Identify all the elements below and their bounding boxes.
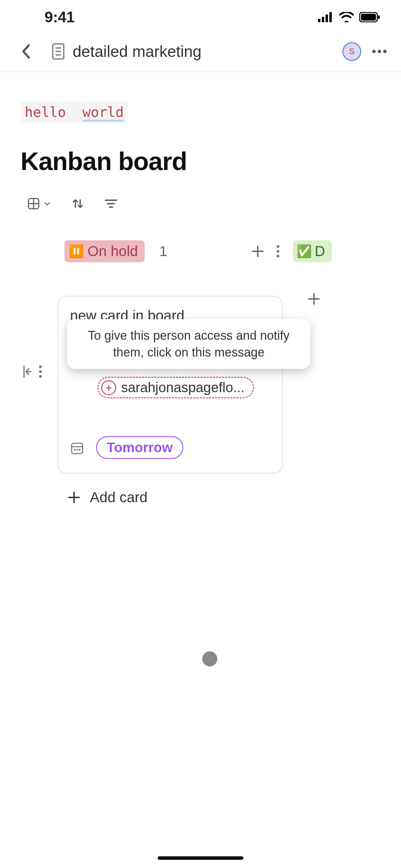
page-icon <box>41 43 71 60</box>
page-title[interactable]: detailed marketing <box>73 42 202 61</box>
filter-button[interactable] <box>105 199 117 208</box>
kanban-board: ⏸️ On hold 1 new card in board To give t… <box>14 238 380 506</box>
date-property-icon[interactable] <box>70 441 84 455</box>
check-icon: ✅ <box>296 244 312 258</box>
svg-rect-5 <box>361 14 376 21</box>
column-more-button[interactable] <box>38 365 42 378</box>
add-card-label: Add card <box>90 489 147 506</box>
code-word-1: hello <box>25 104 66 120</box>
code-block[interactable]: hello world <box>21 101 128 123</box>
column-label: D <box>315 243 325 260</box>
svg-point-21 <box>39 365 42 368</box>
avatar[interactable]: S <box>342 42 361 61</box>
column-collapse-icon[interactable] <box>23 365 32 378</box>
database-title[interactable]: Kanban board <box>21 147 380 176</box>
column-partial-left <box>14 238 47 506</box>
add-card-button[interactable]: Add card <box>58 489 283 506</box>
column-status-pill[interactable]: ⏸️ On hold <box>64 240 145 262</box>
column-add-button[interactable] <box>307 292 320 305</box>
mention-name: sarahjonaspageflo... <box>121 380 244 395</box>
svg-point-28 <box>277 255 279 257</box>
svg-point-13 <box>383 50 387 53</box>
top-nav: detailed marketing S <box>0 34 401 72</box>
svg-point-33 <box>79 449 81 450</box>
battery-icon <box>359 12 380 22</box>
svg-rect-2 <box>326 14 328 22</box>
column-status-pill-done[interactable]: ✅ D <box>293 240 332 262</box>
column-partial-right: ✅ D <box>293 238 380 506</box>
view-controls <box>21 197 380 210</box>
sort-button[interactable] <box>71 197 84 210</box>
home-indicator[interactable] <box>158 856 243 860</box>
plus-icon: + <box>101 380 116 395</box>
svg-point-12 <box>378 50 381 53</box>
column-more-button[interactable] <box>276 244 280 258</box>
status-right <box>318 12 380 22</box>
more-button[interactable] <box>372 49 387 54</box>
mention-chip[interactable]: + sarahjonaspageflo... <box>97 377 254 398</box>
cellular-icon <box>318 12 334 22</box>
svg-rect-1 <box>322 17 324 22</box>
svg-rect-6 <box>378 15 380 19</box>
svg-point-11 <box>372 50 376 53</box>
access-tooltip[interactable]: To give this person access and notify th… <box>67 319 310 369</box>
svg-point-23 <box>39 375 42 378</box>
column-count: 1 <box>159 243 167 260</box>
due-date-pill[interactable]: Tomorrow <box>96 436 183 459</box>
status-bar: 9:41 <box>0 0 401 34</box>
kanban-card[interactable]: new card in board To give this person ac… <box>58 296 283 473</box>
svg-point-22 <box>39 370 42 373</box>
wifi-icon <box>339 12 354 22</box>
svg-point-27 <box>277 250 279 253</box>
svg-point-32 <box>76 449 78 450</box>
view-switcher[interactable] <box>27 197 51 210</box>
status-time: 9:41 <box>45 9 75 26</box>
svg-rect-3 <box>329 12 332 22</box>
svg-rect-29 <box>72 443 83 454</box>
touch-cursor <box>202 651 217 666</box>
svg-point-26 <box>277 245 279 248</box>
column-label: On hold <box>87 243 138 260</box>
code-word-2: world <box>83 104 124 121</box>
column-on-hold: ⏸️ On hold 1 new card in board To give t… <box>58 238 283 506</box>
svg-rect-0 <box>318 19 320 22</box>
pause-icon: ⏸️ <box>69 244 84 258</box>
svg-point-31 <box>74 449 76 450</box>
back-button[interactable] <box>17 40 41 62</box>
column-add-button[interactable] <box>251 245 264 258</box>
